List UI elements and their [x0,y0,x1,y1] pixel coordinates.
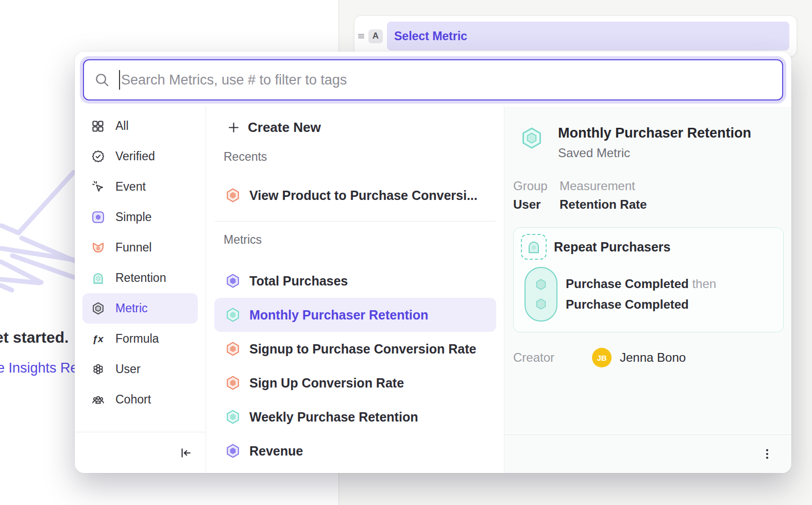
search-area [75,52,791,107]
create-new-label: Create New [248,120,321,136]
metric-list-column: Create New Recents View Product to Purch… [206,107,504,473]
screen: et started. e Insights Re A Select Metri… [0,0,812,505]
detail-meta: Group User Measurement Retention Rate [513,179,781,212]
section-divider [215,221,496,222]
creator-label: Creator [513,350,592,365]
cohort-people-icon [91,393,105,407]
metrics-heading: Metrics [224,233,504,248]
sidebar-item-verified[interactable]: Verified [82,141,198,172]
sidebar-item-retention[interactable]: Retention [82,263,198,293]
metric-row-total-purchases[interactable]: Total Purchases [214,264,496,298]
definition-card-header: Repeat Purchasers [521,234,776,260]
metric-row-label: Weekly Purchase Retention [249,410,418,425]
sidebar-item-label: Simple [115,210,151,224]
verified-badge-icon [91,149,105,164]
creator-avatar: JB [592,348,612,367]
search-icon [94,72,110,88]
measurement-label: Measurement [560,179,647,193]
collapse-left-icon [179,446,192,460]
retention-cohort-icon [521,234,547,260]
metric-row-signup-to-purchase-conversion-rate[interactable]: Signup to Purchase Conversion Rate [214,332,496,366]
detail-subtitle: Saved Metric [558,146,751,160]
formula-fx-icon: ƒx [91,332,105,346]
series-letter-badge: A [368,29,383,43]
sidebar-item-label: Event [115,180,146,194]
metric-row-label: Total Purchases [249,274,348,289]
sidebar-item-label: Funnel [115,241,151,255]
user-cluster-icon [91,362,105,377]
grid-icon [91,119,105,133]
search-input[interactable] [121,72,772,88]
type-sidebar: All Verified [75,107,206,473]
event-sequence-capsule [525,267,557,322]
metric-row-sign-up-conversion-rate[interactable]: Sign Up Conversion Rate [214,366,496,400]
retention-metric-hexagon-icon [225,307,241,323]
sidebar-item-all[interactable]: All [82,111,198,141]
funnel-icon [91,241,105,255]
detail-header: Monthly Purchaser Retention Saved Metric [520,125,781,160]
create-new-button[interactable]: Create New [206,114,504,141]
metric-detail-panel: Monthly Purchaser Retention Saved Metric… [504,107,791,473]
metric-row-revenue[interactable]: Revenue [214,434,496,468]
definition-card-title: Repeat Purchasers [554,240,671,255]
metric-row-monthly-purchaser-retention[interactable]: Monthly Purchaser Retention [214,298,496,332]
sequence-step-2: Purchase Completed [566,295,716,314]
event-hexagon-icon [534,297,548,311]
retention-arch-icon [91,271,105,285]
group-value: User [513,197,560,212]
detail-title: Monthly Purchaser Retention [558,125,751,141]
sidebar-item-cohort[interactable]: Cohort [82,384,198,415]
sidebar-item-label: Formula [115,332,159,346]
decorative-line-illustration [0,170,77,325]
definition-card: Repeat Purchasers [513,227,784,332]
creator-row: Creator JB Jenna Bono [513,348,784,367]
sidebar-item-event[interactable]: Event [82,172,198,202]
metric-bar: A Select Metric [354,15,797,57]
sidebar-item-label: User [115,362,141,376]
sidebar-item-formula[interactable]: ƒx Formula [82,324,198,354]
collapse-sidebar-button[interactable] [179,446,192,460]
definition-card-body: Purchase Completed then Purchase Complet… [521,267,776,322]
sequence-step-1: Purchase Completed then [566,275,716,293]
metric-row-label: Revenue [249,444,303,459]
recents-heading: Recents [224,150,504,165]
kebab-menu-icon [760,447,774,461]
sidebar-item-metric[interactable]: Metric [82,293,198,324]
sidebar-item-funnel[interactable]: Funnel [82,232,198,263]
sidebar-item-label: All [115,119,129,133]
sidebar-item-label: Retention [115,271,166,285]
background-insights-link[interactable]: e Insights Re [0,360,78,376]
measurement-value: Retention Rate [560,197,647,212]
sidebar-item-user[interactable]: User [82,354,198,384]
sidebar-item-label: Metric [115,301,148,315]
funnel-metric-hexagon-icon [225,188,241,203]
recent-metric-label: View Product to Purchase Conversi... [249,188,478,203]
select-metric-label: Select Metric [394,29,467,43]
creator-name: Jenna Bono [620,350,686,365]
simple-metric-hexagon-icon [225,273,241,289]
funnel-metric-hexagon-icon [225,375,241,391]
simple-metric-hexagon-icon [225,443,241,459]
retention-metric-hexagon-icon [225,409,241,425]
search-box[interactable] [83,59,783,100]
recent-metric-item[interactable]: View Product to Purchase Conversi... [206,179,504,212]
metric-picker-modal: All Verified [75,52,791,473]
sidebar-footer [75,432,206,473]
sidebar-item-label: Cohort [115,393,151,407]
metric-rows: Total Purchases Monthly Purchaser Retent… [206,264,504,468]
modal-body: All Verified [75,107,791,473]
sequence-connector: then [692,277,716,291]
drag-handle-icon[interactable] [357,31,366,41]
cursor-event-icon [91,180,105,194]
metric-row-label: Signup to Purchase Conversion Rate [249,342,476,357]
detail-footer [504,434,791,473]
sidebar-item-simple[interactable]: Simple [82,202,198,232]
metric-row-label: Sign Up Conversion Rate [249,376,404,391]
metric-row-weekly-purchase-retention[interactable]: Weekly Purchase Retention [214,400,496,434]
metric-hexagon-icon [91,301,105,316]
retention-metric-hexagon-icon [520,126,544,150]
more-options-button[interactable] [760,447,774,461]
sidebar-item-label: Verified [115,149,155,163]
text-caret [119,70,120,90]
select-metric-pill[interactable]: Select Metric [387,22,789,50]
